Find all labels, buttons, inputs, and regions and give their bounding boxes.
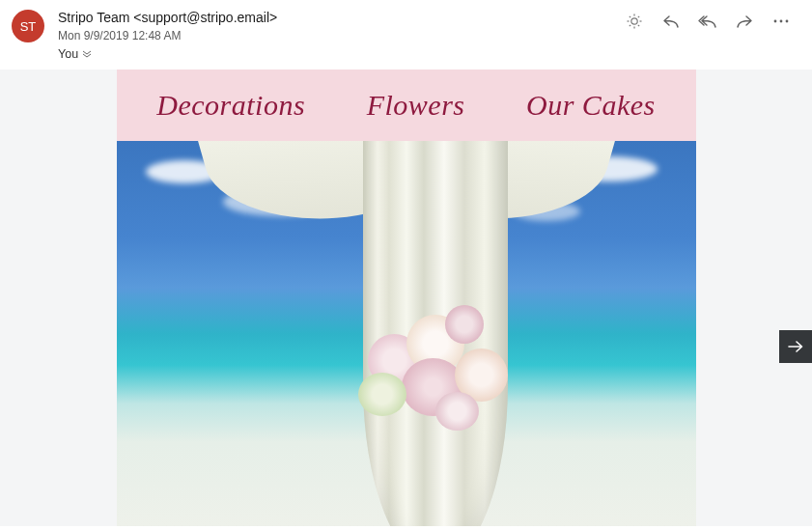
- nav-item-cakes[interactable]: Our Cakes: [526, 89, 656, 122]
- header-text-block: Stripo Team <support@stripo.email> Mon 9…: [58, 8, 625, 64]
- email-body: Decorations Flowers Our Cakes: [117, 70, 696, 526]
- sun-icon[interactable]: [625, 12, 644, 31]
- svg-line-8: [638, 16, 639, 17]
- more-icon[interactable]: [771, 12, 791, 31]
- avatar: ST: [12, 10, 44, 42]
- recipient-line[interactable]: You: [58, 44, 625, 64]
- svg-point-10: [780, 20, 783, 23]
- recipient-label: You: [58, 44, 78, 64]
- reply-all-icon[interactable]: [698, 12, 717, 31]
- nav-item-decorations[interactable]: Decorations: [156, 89, 305, 122]
- hero-image: [117, 141, 696, 526]
- chevron-down-icon: [82, 49, 92, 59]
- reply-icon[interactable]: [661, 12, 681, 31]
- svg-line-6: [638, 25, 639, 26]
- svg-line-5: [630, 16, 630, 17]
- svg-point-11: [786, 20, 789, 23]
- email-body-wrap: Decorations Flowers Our Cakes: [0, 70, 812, 526]
- email-nav-bar: Decorations Flowers Our Cakes: [117, 70, 696, 141]
- svg-point-9: [774, 20, 777, 23]
- svg-point-0: [631, 18, 637, 24]
- nav-item-flowers[interactable]: Flowers: [367, 89, 465, 122]
- sender-line: Stripo Team <support@stripo.email>: [58, 8, 625, 27]
- flower-tieback: [349, 305, 522, 440]
- next-arrow-button[interactable]: [779, 330, 812, 363]
- date-line: Mon 9/9/2019 12:48 AM: [58, 27, 625, 44]
- forward-icon[interactable]: [735, 12, 754, 31]
- svg-line-7: [630, 25, 630, 26]
- email-header: ST Stripo Team <support@stripo.email> Mo…: [0, 0, 812, 70]
- header-actions: [625, 12, 797, 31]
